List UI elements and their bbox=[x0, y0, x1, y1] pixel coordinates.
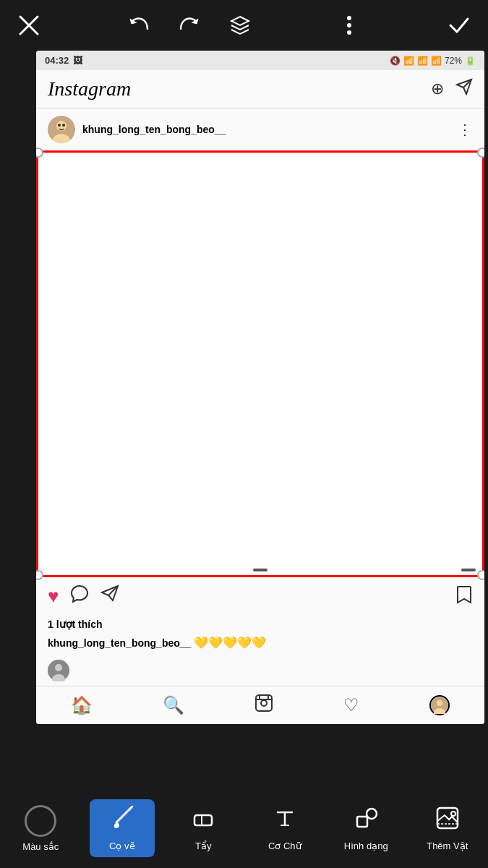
post-image bbox=[36, 150, 484, 577]
svg-rect-28 bbox=[194, 815, 212, 825]
tool-co-ve-label: Cọ vẽ bbox=[109, 841, 135, 851]
add-sticker-icon bbox=[435, 805, 461, 836]
share-icon[interactable] bbox=[100, 584, 119, 608]
dm-icon[interactable] bbox=[455, 78, 473, 100]
shape-icon bbox=[353, 805, 379, 836]
svg-point-16 bbox=[55, 664, 62, 671]
post-likes: 1 lượt thích bbox=[36, 616, 484, 633]
bottom-toolbar: Màu sắc Cọ vẽ Tẩy bbox=[0, 788, 488, 868]
post-image-container bbox=[36, 150, 484, 577]
tool-hinh-dang[interactable]: Hình dạng bbox=[333, 799, 398, 857]
tool-co-chu[interactable]: Cơ Chữ bbox=[252, 799, 317, 857]
eraser-icon bbox=[190, 805, 216, 836]
ig-nav-search[interactable]: 🔍 bbox=[163, 695, 184, 715]
ig-header-icons: ⊕ bbox=[431, 78, 473, 100]
ig-nav-reels[interactable] bbox=[254, 694, 273, 717]
tool-tay[interactable]: Tẩy bbox=[171, 799, 236, 857]
post-caption: khung_long_ten_bong_beo__ 💛💛💛💛💛 bbox=[36, 633, 484, 655]
redo-button[interactable] bbox=[175, 11, 204, 40]
confirm-button[interactable] bbox=[445, 11, 474, 40]
commenter-avatar bbox=[48, 660, 69, 681]
like-icon[interactable]: ♥ bbox=[48, 585, 59, 608]
svg-line-26 bbox=[116, 808, 131, 822]
caption-username: khung_long_ten_bong_beo__ bbox=[48, 637, 191, 649]
tool-mau-sac-label: Màu sắc bbox=[22, 841, 59, 852]
post-more-icon[interactable]: ⋮ bbox=[458, 121, 473, 138]
add-post-icon[interactable]: ⊕ bbox=[431, 80, 444, 98]
brush-icon bbox=[109, 805, 135, 836]
tool-mau-sac[interactable]: Màu sắc bbox=[8, 799, 73, 858]
status-time: 04:32 🖼 bbox=[45, 55, 82, 66]
instagram-screenshot: 04:32 🖼 🔇 📶 📶 📶 72% 🔋 Instagram ⊕ bbox=[36, 51, 484, 724]
action-icons-left: ♥ bbox=[48, 584, 119, 608]
bookmark-icon[interactable] bbox=[455, 585, 473, 608]
inner-handle-right bbox=[461, 569, 476, 571]
status-icons: 🔇 📶 📶 📶 72% 🔋 bbox=[390, 56, 476, 66]
instagram-bottom-nav: 🏠 🔍 ♡ bbox=[36, 686, 484, 724]
svg-marker-2 bbox=[231, 17, 249, 25]
text-icon bbox=[272, 805, 298, 836]
caption-emojis: 💛💛💛💛💛 bbox=[194, 637, 266, 649]
inner-handle-center bbox=[253, 569, 267, 571]
svg-point-24 bbox=[437, 700, 442, 706]
status-bar: 04:32 🖼 🔇 📶 📶 📶 72% 🔋 bbox=[36, 51, 484, 70]
tool-them-vat-label: Thêm Vật bbox=[427, 841, 468, 851]
post-header: khung_long_ten_bong_beo__ ⋮ bbox=[36, 109, 484, 150]
ig-nav-heart[interactable]: ♡ bbox=[343, 695, 359, 715]
tool-tay-label: Tẩy bbox=[195, 841, 211, 851]
scroll-indicator bbox=[449, 159, 459, 203]
avatar bbox=[48, 116, 75, 143]
toolbar-center bbox=[124, 11, 254, 40]
more-options-button[interactable] bbox=[335, 11, 364, 40]
tool-them-vat[interactable]: Thêm Vật bbox=[415, 799, 480, 857]
ig-nav-home[interactable]: 🏠 bbox=[71, 695, 93, 715]
instagram-logo: Instagram bbox=[48, 77, 131, 101]
svg-rect-18 bbox=[256, 695, 272, 711]
instagram-header: Instagram ⊕ bbox=[36, 70, 484, 109]
svg-line-27 bbox=[129, 807, 132, 809]
tool-co-ve[interactable]: Cọ vẽ bbox=[90, 799, 155, 857]
comment-row bbox=[36, 655, 484, 686]
svg-point-19 bbox=[261, 700, 267, 706]
svg-point-3 bbox=[347, 16, 351, 20]
svg-point-12 bbox=[62, 124, 65, 127]
post-user: khung_long_ten_bong_beo__ bbox=[48, 116, 226, 143]
top-toolbar bbox=[0, 0, 488, 51]
post-actions: ♥ bbox=[36, 577, 484, 616]
ig-nav-profile[interactable] bbox=[429, 695, 450, 715]
svg-point-5 bbox=[347, 30, 351, 35]
tool-hinh-dang-label: Hình dạng bbox=[344, 841, 388, 851]
close-button[interactable] bbox=[14, 11, 43, 40]
svg-point-37 bbox=[451, 812, 455, 816]
color-circle bbox=[25, 805, 56, 837]
post-username: khung_long_ten_bong_beo__ bbox=[82, 124, 226, 135]
svg-rect-34 bbox=[357, 817, 367, 827]
svg-point-11 bbox=[58, 124, 61, 127]
svg-point-35 bbox=[367, 809, 377, 819]
tool-co-chu-label: Cơ Chữ bbox=[268, 841, 301, 851]
layers-button[interactable] bbox=[226, 11, 254, 40]
undo-button[interactable] bbox=[124, 11, 153, 40]
svg-point-4 bbox=[347, 23, 351, 27]
comment-icon[interactable] bbox=[70, 584, 89, 608]
